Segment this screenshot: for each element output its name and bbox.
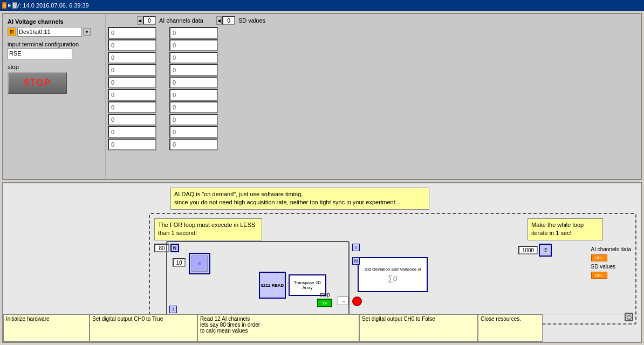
sd-row-6: 0 (169, 101, 218, 113)
ai-channels-output-label: AI channels data (591, 246, 632, 252)
bottom-label-2: Set digital output CH0 to True (90, 314, 197, 342)
lv-icon2: ▶ (8, 2, 11, 9)
stop-label: stop (8, 64, 101, 70)
note-top-text: AI DAQ is "on demand", just use software… (174, 191, 400, 205)
data-headers: ◀ 0 AI channels data ◀ 0 SD values (108, 16, 639, 25)
wait-block: ⏱ (189, 253, 210, 274)
while-1000-container: 1000 ⏱ (518, 244, 552, 257)
transpose-label: Transpose 2D Array (290, 280, 325, 290)
ai-row-4: 0 (108, 77, 156, 88)
read-label: 6212 READ (261, 283, 284, 288)
ai-row-2: 0 (108, 52, 156, 64)
ai-row-9: 0 (108, 139, 156, 150)
std-dev-block: Std Deviation and Variance.vi ∑σ (358, 257, 428, 292)
title-bar-icons: ⊞ ▶ ⊠ (2, 1, 11, 10)
ai-row-3: 0 (108, 64, 156, 76)
note-while-loop: Make the while loop iterate in 1 sec! (527, 218, 603, 240)
ai-row-8: 0 (108, 126, 156, 138)
stop-loop-label: stop (320, 292, 330, 298)
channel-icon: ⊞ (8, 27, 16, 36)
dbl-terminal-2: DBL (591, 272, 607, 279)
timer-block: ⏱ (539, 244, 552, 257)
sd-row-1: 0 (169, 39, 218, 51)
note-top: AI DAQ is "on demand", just use software… (170, 188, 429, 210)
ai-row-1: 0 (108, 39, 156, 51)
stop-container: stop TF (317, 292, 332, 307)
bottom-label-4: Set digital output CH0 to False (359, 314, 478, 342)
bottom-label-3: Read 12 AI channels lets say 80 times in… (197, 314, 359, 342)
inner-10-value[interactable]: 10 (173, 258, 186, 267)
title-text: LV: 14.0 2016.07.06. 6:39:39 (13, 2, 89, 9)
sd-row-4: 0 (169, 77, 218, 88)
note-while-text: Make the while loop iterate in 1 sec! (531, 222, 584, 236)
block-diagram: AI DAQ is "on demand", just use software… (2, 182, 642, 343)
ai-row-5: 0 (108, 89, 156, 101)
stop-button[interactable]: STOP (8, 72, 67, 94)
note-for-loop: The FOR loop must execute in LESS than 1… (154, 218, 262, 240)
while-loop: The FOR loop must execute in LESS than 1… (149, 213, 636, 325)
ai-row-7: 0 (108, 114, 156, 126)
ai-row-0: 0 (108, 27, 156, 39)
read-block: 6212 READ (259, 272, 286, 299)
sd-row-9: 0 (169, 139, 218, 150)
ai-output-container: AI channels data DBL SD values DBL (591, 246, 632, 279)
front-panel: AI Voltage channels ⊞ Dev1/ai0:11 ▼ inpu… (2, 13, 642, 180)
dbl-terminal-1: DBL (591, 254, 607, 261)
title-bar: ⊞ ▶ ⊠ LV: 14.0 2016.07.06. 6:39:39 (0, 0, 644, 11)
ai-index-indicator: ◀ 0 (137, 16, 156, 25)
channel-select[interactable]: Dev1/ai0:11 (17, 27, 82, 37)
sd-output-label: SD values (591, 264, 632, 270)
main-content: AI Voltage channels ⊞ Dev1/ai0:11 ▼ inpu… (0, 11, 644, 345)
dropdown-arrow[interactable]: ▼ (83, 28, 91, 36)
sd-row-7: 0 (169, 114, 218, 126)
stop-tf-box: TF (317, 299, 332, 307)
sd-row-2: 0 (169, 52, 218, 64)
data-display: ◀ 0 AI channels data ◀ 0 SD values 0 (106, 14, 641, 179)
ai-data-column: 0 0 0 0 0 0 0 0 0 0 (108, 27, 156, 150)
channel-selector: ⊞ Dev1/ai0:11 ▼ (8, 27, 101, 37)
left-controls: AI Voltage channels ⊞ Dev1/ai0:11 ▼ inpu… (3, 14, 106, 179)
bottom-label-1: Initialize hardware (3, 314, 90, 342)
not-gate: ¬ (338, 296, 348, 305)
terminal-config-input[interactable]: RSE (8, 49, 72, 59)
sd-row-3: 0 (169, 64, 218, 76)
sd-index-value: 0 (222, 16, 235, 25)
bottom-labels: Initialize hardware Set digital output C… (3, 314, 641, 342)
ai-row-6: 0 (108, 101, 156, 113)
ai-channels-header: ◀ 0 AI channels data (137, 16, 203, 25)
stop-circle (352, 296, 362, 306)
note-for-text: The FOR loop must execute in LESS than 1… (158, 222, 255, 236)
terminal-config-label: input terminal configuration (8, 41, 101, 47)
inner-10-container: 10 (173, 258, 186, 267)
sd-index-arrow[interactable]: ◀ (216, 16, 222, 25)
lv-icon: ⊞ (2, 2, 6, 9)
std-dev-icon: ∑σ (388, 274, 398, 282)
std-dev-label: Std Deviation and Variance.vi (365, 267, 421, 272)
n-terminal: N (352, 257, 360, 265)
sd-row-5: 0 (169, 89, 218, 101)
data-rows-container: 0 0 0 0 0 0 0 0 0 0 0 0 0 0 0 0 (108, 27, 639, 150)
wait-icon: ⏱ (191, 256, 208, 272)
ai-channels-data-label: AI channels data (159, 17, 203, 24)
ai-index-arrow[interactable]: ◀ (137, 16, 142, 25)
ai-index-value: 0 (143, 16, 156, 25)
ai-channels-label: AI Voltage channels (8, 18, 101, 25)
sd-values-label: SD values (238, 17, 265, 24)
bottom-label-5: Close resources. (478, 314, 543, 342)
sd-row-8: 0 (169, 126, 218, 138)
sd-row-0: 0 (169, 27, 218, 39)
spacer (108, 16, 135, 25)
while-1000-value[interactable]: 1000 (518, 246, 538, 254)
i-terminal-while: I (352, 244, 360, 251)
sd-data-column: 0 0 0 0 0 0 0 0 0 0 (169, 27, 218, 150)
sd-index-indicator: ◀ 0 (216, 16, 235, 25)
sd-values-header: ◀ 0 SD values (216, 16, 265, 25)
for-i-terminal: i (169, 306, 177, 313)
